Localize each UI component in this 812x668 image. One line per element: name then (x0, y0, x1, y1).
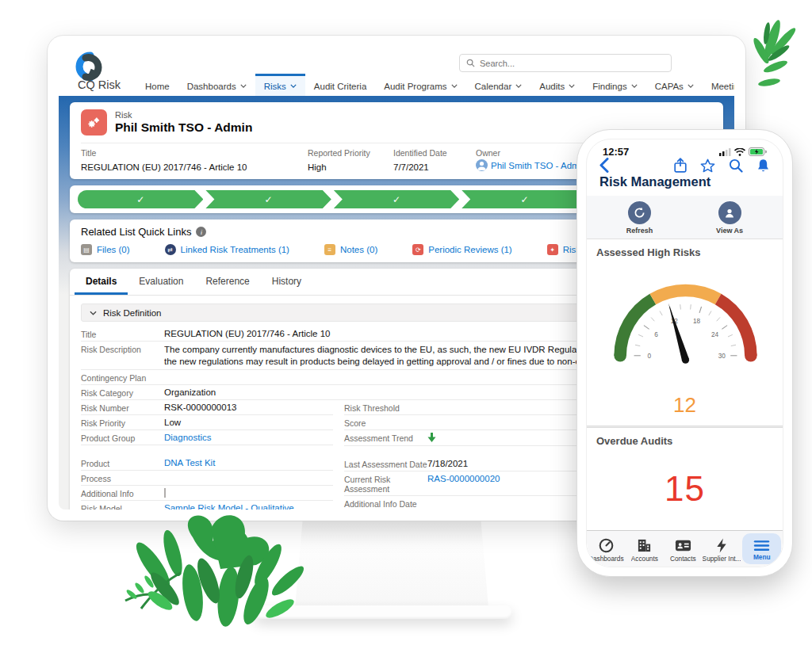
nav-item-dashboards[interactable]: Dashboards (178, 74, 255, 96)
field-row-risk-priority: Risk PriorityLow (81, 415, 333, 430)
battery-charging-icon (749, 147, 767, 156)
nav-item-capas[interactable]: CAPAs (646, 74, 703, 96)
menu-icon (753, 540, 770, 552)
tab-evaluation[interactable]: Evaluation (128, 269, 194, 295)
svg-text:0: 0 (647, 352, 651, 359)
risk-object-icon (81, 109, 107, 136)
nav-item-calendar[interactable]: Calendar (466, 74, 531, 96)
info-icon[interactable]: i (196, 227, 206, 237)
phone-page-title: Risk Management (587, 173, 783, 196)
related-list-title: Related List Quick Links (81, 226, 191, 238)
nav-item-risks[interactable]: Risks (255, 74, 305, 96)
product-group-link[interactable]: Diagnostics (164, 433, 333, 442)
back-icon[interactable] (599, 158, 609, 173)
overdue-audits-value: 15 (587, 449, 783, 532)
nav-item-findings[interactable]: Findings (584, 74, 645, 96)
record-field-title: REGULATION (EU) 2017/746 - Article 10 (81, 162, 247, 172)
view-as-button[interactable]: View As (716, 201, 743, 235)
phone-status-bar: 12:57 (587, 139, 783, 158)
tab-menu[interactable]: Menu (742, 533, 781, 564)
tab-details[interactable]: Details (75, 269, 128, 295)
chevron-down-icon (631, 84, 638, 88)
owner-avatar (476, 159, 488, 171)
search-icon (466, 59, 475, 67)
tab-contacts[interactable]: Contacts (664, 531, 703, 567)
quick-link-linked-risk-treatments[interactable]: ⇄Linked Risk Treatments (1) (165, 244, 289, 255)
periodic-reviews-icon: ⟳ (412, 244, 423, 255)
app-topbar: CQ Risk Home Dashboards Risks Audit Crit… (59, 47, 734, 96)
app-name: CQ Risk (78, 78, 121, 91)
chevron-down-icon (451, 84, 458, 88)
favorite-star-icon[interactable] (700, 158, 715, 173)
tab-history[interactable]: History (261, 269, 312, 295)
files-icon: ▤ (81, 244, 92, 255)
phone-nav-bar (587, 158, 783, 173)
record-title: Phil Smith TSO - Admin (115, 120, 252, 135)
additional-info-checkbox[interactable] (164, 488, 166, 498)
accounts-icon (637, 538, 652, 553)
field-row-product-group: Product GroupDiagnostics (81, 430, 333, 445)
status-time: 12:57 (603, 146, 629, 158)
global-search[interactable] (459, 54, 672, 72)
wifi-icon (734, 148, 745, 156)
dashboard-actions: Refresh View As (587, 196, 783, 239)
svg-text:6: 6 (654, 330, 658, 338)
overdue-audits-title: Overdue Audits (587, 428, 783, 449)
path-stage-3[interactable]: ✓ (334, 190, 459, 208)
assessed-high-risks-card: Assessed High Risks 0612182430 12 (587, 239, 783, 426)
record-field-priority: High (308, 162, 327, 172)
quick-link-periodic-reviews[interactable]: ⟳Periodic Reviews (1) (412, 244, 511, 255)
chevron-down-icon (688, 84, 694, 88)
notes-icon: ≡ (324, 244, 335, 255)
svg-text:24: 24 (711, 330, 719, 338)
tab-reference[interactable]: Reference (194, 269, 260, 295)
contacts-icon (675, 538, 691, 553)
share-icon[interactable] (674, 158, 687, 173)
path-stage-4[interactable]: ✓ (462, 190, 587, 208)
risk-treatments-icon: ⇄ (165, 244, 176, 255)
product-link[interactable]: DNA Test Kit (164, 458, 333, 468)
trend-down-icon (427, 433, 436, 442)
field-row-additional-info: Additional Info (81, 486, 333, 501)
svg-text:18: 18 (693, 318, 701, 325)
tab-accounts[interactable]: Accounts (626, 531, 665, 567)
search-input[interactable] (480, 59, 638, 68)
tab-supplier-intelligence[interactable]: Supplier Int... (703, 531, 741, 567)
dashboards-icon (599, 538, 614, 553)
quick-link-files[interactable]: ▤Files (0) (81, 244, 130, 255)
svg-text:30: 30 (718, 352, 726, 359)
refresh-icon (634, 207, 645, 219)
refresh-button[interactable]: Refresh (626, 201, 653, 235)
chevron-down-icon (240, 84, 247, 88)
record-entity-label: Risk (115, 110, 252, 120)
field-row-risk-number: Risk NumberRSK-0000000013 (81, 400, 333, 415)
owner-link[interactable]: Phil Smith TSO - Admin (491, 161, 587, 170)
nav-item-audits[interactable]: Audits (530, 74, 584, 96)
path-stage-2[interactable]: ✓ (205, 190, 331, 208)
record-field-identified-date: 7/7/2021 (393, 162, 429, 172)
risk-assessments-icon: ✦ (547, 244, 558, 255)
quick-link-notes[interactable]: ≡Notes (0) (324, 244, 377, 255)
supplier-intelligence-icon (716, 538, 727, 553)
chevron-down-icon (515, 84, 522, 88)
cellular-signal-icon (719, 148, 731, 156)
phone-screen: 12:57 (586, 139, 783, 567)
nav-item-audit-programs[interactable]: Audit Programs (375, 74, 465, 96)
nav-item-meetings[interactable]: Meetings (703, 74, 734, 96)
chevron-down-icon (290, 84, 297, 88)
path-stage-1[interactable]: ✓ (78, 190, 203, 208)
person-icon (724, 208, 735, 219)
plant-decoration (117, 506, 325, 636)
chevron-down-icon (569, 84, 575, 88)
gauge-title: Assessed High Risks (587, 239, 783, 260)
nav-item-home[interactable]: Home (136, 74, 178, 96)
field-row-product: ProductDNA Test Kit (81, 456, 333, 471)
phone-tab-bar: Dashboards Accounts C (587, 530, 783, 567)
overdue-audits-card: Overdue Audits 15 (587, 428, 783, 532)
chevron-down-icon (90, 311, 97, 315)
search-icon[interactable] (729, 158, 743, 173)
notification-bell-icon[interactable] (756, 158, 770, 173)
nav-item-audit-criteria[interactable]: Audit Criteria (305, 74, 375, 96)
main-nav: CQ Risk Home Dashboards Risks Audit Crit… (59, 74, 734, 96)
tab-dashboards[interactable]: Dashboards (587, 531, 626, 567)
